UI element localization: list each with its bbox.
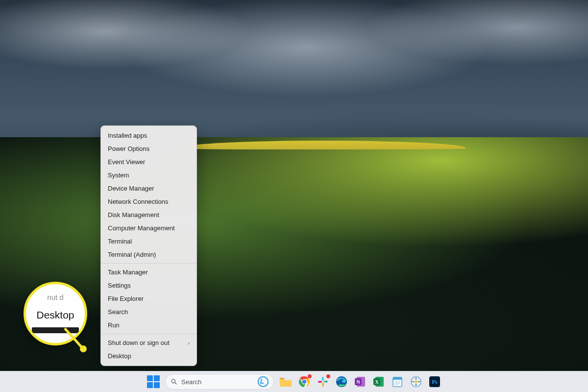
menu-item-label: Disk Management	[108, 211, 159, 219]
taskbar-app-chrome[interactable]	[297, 375, 311, 389]
menu-item-label: Task Manager	[108, 269, 148, 276]
excel-icon: X	[373, 376, 385, 388]
svg-rect-9	[322, 383, 324, 387]
menu-item-label: Event Viewer	[108, 158, 145, 166]
annotation-callout: nut d Desktop	[24, 282, 87, 345]
menu-separator	[101, 263, 196, 264]
menu-item-event-viewer[interactable]: Event Viewer	[101, 155, 196, 169]
svg-rect-10	[318, 381, 322, 383]
bing-chat-icon[interactable]	[258, 376, 269, 387]
folder-icon	[279, 376, 292, 387]
menu-item-terminal-admin[interactable]: Terminal (Admin)	[101, 248, 196, 261]
slack-icon	[318, 376, 328, 387]
taskbar-app-file-explorer[interactable]	[279, 375, 293, 389]
start-button[interactable]	[147, 375, 160, 389]
svg-text:X: X	[375, 379, 379, 385]
onenote-icon: N	[354, 376, 366, 388]
search-placeholder: Search	[181, 378, 201, 386]
snip-icon	[410, 376, 422, 388]
menu-item-desktop[interactable]: Desktop	[101, 349, 196, 363]
menu-item-shut-down-or-sign-out[interactable]: Shut down or sign out›	[101, 336, 196, 349]
taskbar-app-slack[interactable]	[316, 375, 330, 389]
taskbar-app-edge[interactable]	[335, 375, 348, 389]
menu-item-label: Run	[108, 321, 120, 329]
menu-item-file-explorer[interactable]: File Explorer	[101, 292, 196, 305]
menu-item-power-options[interactable]: Power Options	[101, 142, 196, 155]
wallpaper-hills	[0, 137, 588, 372]
taskbar-app-photoshop[interactable]: Ps	[428, 375, 441, 389]
menu-item-terminal[interactable]: Terminal	[101, 235, 196, 248]
svg-line-3	[175, 383, 177, 385]
taskbar-app-notepad[interactable]	[391, 375, 404, 389]
menu-item-disk-management[interactable]: Disk Management	[101, 208, 196, 221]
svg-text:N: N	[356, 379, 360, 385]
menu-item-label: System	[108, 172, 129, 179]
menu-item-computer-management[interactable]: Computer Management	[101, 221, 196, 235]
svg-text:Ps: Ps	[432, 379, 438, 385]
menu-item-label: Shut down or sign out	[108, 339, 170, 346]
taskbar-search[interactable]: Search	[165, 374, 274, 390]
menu-item-label: Settings	[108, 282, 131, 289]
edge-icon	[336, 376, 347, 388]
menu-item-installed-apps[interactable]: Installed apps	[101, 129, 196, 142]
menu-item-label: Desktop	[108, 352, 131, 360]
taskbar: Search N X	[0, 371, 588, 392]
taskbar-app-snip[interactable]	[409, 375, 423, 389]
taskbar-app-onenote[interactable]: N	[353, 375, 367, 389]
svg-rect-8	[324, 381, 328, 383]
menu-item-label: Network Connections	[108, 198, 169, 205]
menu-item-search[interactable]: Search	[101, 305, 196, 318]
annotation-partial-text: nut d	[47, 293, 63, 301]
menu-item-network-connections[interactable]: Network Connections	[101, 195, 196, 208]
search-icon	[171, 378, 177, 385]
notepad-icon	[392, 376, 403, 388]
menu-item-device-manager[interactable]: Device Manager	[101, 182, 196, 195]
menu-item-label: Installed apps	[108, 132, 147, 139]
start-context-menu: Installed appsPower OptionsEvent ViewerS…	[100, 125, 197, 366]
menu-item-task-manager[interactable]: Task Manager	[101, 266, 196, 279]
annotation-label: Desktop	[36, 309, 74, 321]
menu-item-label: File Explorer	[108, 295, 144, 302]
menu-item-label: Terminal	[108, 238, 132, 245]
menu-item-settings[interactable]: Settings	[101, 279, 196, 292]
menu-item-run[interactable]: Run	[101, 318, 196, 332]
menu-item-label: Device Manager	[108, 185, 154, 192]
taskbar-app-excel[interactable]: X	[372, 375, 386, 389]
windows-logo-icon	[147, 375, 160, 388]
chrome-icon	[298, 376, 310, 388]
menu-item-label: Computer Management	[108, 224, 175, 232]
taskbar-center-tray: Search N X	[147, 374, 441, 390]
menu-item-system[interactable]: System	[101, 169, 196, 182]
menu-item-label: Power Options	[108, 145, 149, 152]
menu-separator	[101, 334, 196, 334]
photoshop-icon: Ps	[429, 376, 441, 388]
svg-point-24	[415, 380, 417, 383]
svg-rect-7	[322, 377, 324, 381]
svg-rect-19	[393, 377, 402, 380]
menu-item-label: Terminal (Admin)	[108, 251, 156, 258]
menu-item-label: Search	[108, 308, 128, 316]
chevron-right-icon: ›	[188, 340, 190, 346]
svg-point-2	[172, 379, 175, 383]
annotation-underline	[32, 327, 79, 333]
